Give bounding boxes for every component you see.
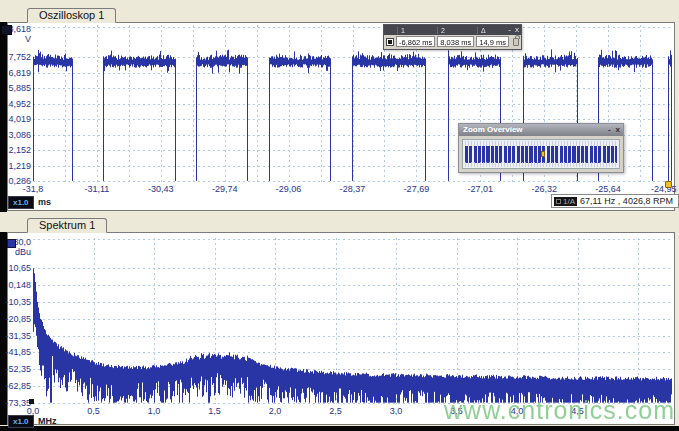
- y-tick-label: 7,752: [2, 52, 31, 62]
- lock-icon[interactable]: [513, 38, 519, 46]
- scope-cursor-marker[interactable]: [665, 181, 672, 188]
- scope-x-unit: ms: [38, 197, 51, 207]
- x-tick-label: -29,06: [276, 184, 302, 194]
- measure-col-2: 2: [437, 27, 477, 34]
- x-tick-label: 0,5: [87, 406, 100, 416]
- x-tick-label: -27,01: [468, 184, 494, 194]
- y-tick-label: 1,219: [2, 161, 31, 171]
- y-tick-label: -31,35: [2, 331, 31, 341]
- y-tick-label: -52,35: [2, 364, 31, 374]
- channel-label: 1/A: [563, 197, 575, 206]
- cursor1-value[interactable]: -6,862 ms: [396, 36, 435, 47]
- y-tick-label: 4,952: [2, 99, 31, 109]
- x-tick-label: -28,37: [340, 184, 366, 194]
- zoom-overview-plot[interactable]: [462, 139, 620, 169]
- y-tick-label: -20,85: [2, 314, 31, 324]
- x-tick-label: -27,69: [404, 184, 430, 194]
- scope-trace-icon[interactable]: [1, 25, 12, 35]
- delta-value[interactable]: 14,9 ms: [476, 36, 509, 47]
- tab-oszilloskop[interactable]: Oszilloskop 1: [27, 8, 116, 23]
- channel-selector-chip[interactable]: 1/A: [554, 197, 577, 206]
- zoom-overview-close-button[interactable]: x: [616, 124, 620, 136]
- scope-zoom-badge[interactable]: x1.0: [8, 196, 34, 209]
- x-tick-label: -31,11: [84, 184, 109, 194]
- x-tick-label: 1,0: [148, 406, 161, 416]
- x-tick-label: -25,64: [595, 184, 621, 194]
- channel-icon: [556, 199, 561, 204]
- frequency-rpm-readout: 67,11 Hz , 4026,8 RPM: [580, 196, 673, 206]
- y-tick-label: 5,885: [2, 83, 31, 93]
- zoom-overview-titlebar[interactable]: Zoom Overview - x: [459, 124, 623, 136]
- measure-minimize-button[interactable]: -: [508, 25, 511, 35]
- y-tick-label: 3,086: [2, 130, 31, 140]
- measure-toolbar-header[interactable]: 1 2 Δ - x: [384, 25, 521, 35]
- measure-col-delta: Δ: [477, 27, 507, 34]
- x-tick-label: -29,74: [212, 184, 238, 194]
- x-tick-label: 2,0: [269, 406, 282, 416]
- x-tick-label: -24,95: [651, 184, 677, 194]
- spectrum-trace-icon[interactable]: [7, 239, 16, 248]
- scope-status-box: 1/A 67,11 Hz , 4026,8 RPM: [551, 194, 679, 208]
- y-tick-label: -62,85: [2, 381, 31, 391]
- scope-y-unit: V: [2, 34, 31, 44]
- spectrum-plot[interactable]: [33, 238, 672, 404]
- overview-position-marker[interactable]: [541, 151, 545, 157]
- x-tick-label: 0,0: [27, 406, 40, 416]
- zoom-overview-title: Zoom Overview: [463, 125, 523, 134]
- x-tick-label: 1,5: [208, 406, 221, 416]
- tab-spektrum[interactable]: Spektrum 1: [27, 218, 107, 233]
- measure-enable-checkbox[interactable]: [386, 38, 394, 46]
- y-tick-label: 4,019: [2, 114, 31, 124]
- zoom-overview-window: Zoom Overview - x: [458, 123, 624, 173]
- zoom-overview-minimize-button[interactable]: -: [608, 124, 611, 136]
- spectrum-y-unit: dBu: [2, 247, 31, 257]
- y-tick-label: 10,65: [2, 263, 31, 273]
- x-tick-label: -26,32: [531, 184, 557, 194]
- cursor2-value[interactable]: 8,038 ms: [437, 36, 474, 47]
- watermark-text: www.cntronics.com: [287, 396, 675, 425]
- x-tick-label: -30,43: [148, 184, 174, 194]
- measure-close-button[interactable]: x: [515, 25, 519, 35]
- y-tick-label: 0,148: [2, 280, 31, 290]
- cursor-measure-toolbar: 1 2 Δ - x -6,862 ms 8,038 ms 14,9 ms: [383, 24, 522, 50]
- measure-col-1: 1: [397, 27, 437, 34]
- spectrum-zoom-badge[interactable]: x1.0: [8, 415, 34, 428]
- spectrum-origin-handle[interactable]: [29, 399, 34, 404]
- x-tick-label: -31,8: [23, 184, 44, 194]
- y-tick-label: 2,152: [2, 145, 31, 155]
- bottom-frame-strip: [0, 426, 679, 431]
- app-window: Oszilloskop 1 x1.0 ms 1/A 67,11 Hz , 402…: [0, 0, 679, 431]
- y-tick-label: -41,85: [2, 347, 31, 357]
- y-tick-label: -10,35: [2, 297, 31, 307]
- spectrum-x-unit: MHz: [38, 416, 57, 426]
- overview-grid-bottom: [465, 162, 617, 167]
- y-tick-label: 6,819: [2, 68, 31, 78]
- left-frame-strip-bottom: [0, 232, 7, 425]
